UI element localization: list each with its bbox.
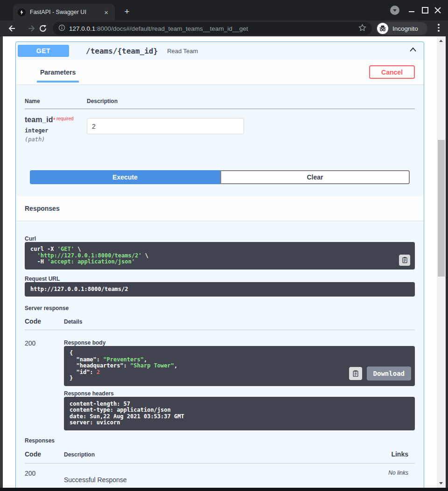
operation-path: /teams/{team_id} bbox=[86, 47, 158, 55]
server-response-label: Server response bbox=[25, 305, 415, 311]
copy-icon[interactable] bbox=[399, 255, 410, 266]
server-response-row: 200 Response body { "name": "Preventers"… bbox=[25, 330, 415, 430]
response-description-cell: Successful Response bbox=[64, 470, 388, 484]
chevron-up-icon[interactable] bbox=[408, 45, 418, 56]
team-id-input[interactable] bbox=[87, 118, 244, 134]
parameter-name-cell: team_id*required integer (path) bbox=[25, 116, 87, 143]
response-body-controls: Download bbox=[349, 367, 411, 380]
response-description: Successful Response bbox=[64, 476, 127, 484]
column-links: Links bbox=[391, 450, 415, 458]
column-code: Code bbox=[25, 318, 64, 325]
minimize-icon[interactable] bbox=[409, 11, 414, 12]
responses-label: Responses bbox=[25, 437, 415, 444]
scroll-up-icon[interactable] bbox=[439, 40, 443, 42]
column-code: Code bbox=[25, 450, 64, 458]
column-description: Description bbox=[87, 98, 118, 104]
download-button[interactable]: Download bbox=[367, 367, 411, 380]
browser-tab[interactable]: FastAPI - Swagger UI × bbox=[13, 4, 115, 21]
parameter-name: team_id bbox=[25, 116, 53, 124]
column-description: Description bbox=[64, 451, 95, 458]
column-name: Name bbox=[25, 98, 87, 104]
curl-label: Curl bbox=[25, 235, 415, 242]
responses-table: Code Description Links 200 Successful Re… bbox=[25, 450, 415, 484]
execute-button[interactable]: Execute bbox=[30, 170, 220, 184]
cancel-button[interactable]: Cancel bbox=[369, 65, 415, 79]
responses-table-header: Code Description Links bbox=[25, 450, 415, 463]
method-badge: GET bbox=[18, 45, 69, 57]
parameter-type: integer bbox=[25, 127, 87, 134]
new-tab-icon[interactable]: + bbox=[121, 6, 133, 17]
forward-icon[interactable] bbox=[26, 23, 37, 34]
incognito-label: Incognito bbox=[392, 25, 418, 32]
window-frame-left bbox=[0, 36, 3, 491]
window-frame-bottom bbox=[0, 488, 448, 491]
server-response-header: Code Details bbox=[25, 318, 415, 330]
tab-close-icon[interactable]: × bbox=[102, 8, 110, 17]
back-icon[interactable] bbox=[6, 23, 17, 34]
response-headers: content-length: 57 content-type: applica… bbox=[64, 397, 415, 430]
responses-title: Responses bbox=[25, 205, 60, 212]
required-label: required bbox=[56, 116, 74, 121]
curl-text: curl -X 'GET' \ 'http://127.0.0.1:8000/t… bbox=[30, 246, 148, 265]
response-code: 200 bbox=[25, 470, 64, 484]
close-icon[interactable] bbox=[433, 6, 442, 15]
parameters-header: Parameters Cancel bbox=[16, 60, 424, 84]
bookmark-star-icon[interactable] bbox=[358, 24, 366, 34]
response-body-json: { "name": "Preventers", "headquarters": … bbox=[70, 350, 177, 381]
parameters-table-header: Name Description bbox=[25, 98, 415, 109]
fastapi-logo-icon bbox=[18, 8, 26, 16]
caret-glyph bbox=[393, 9, 397, 12]
tab-strip: FastAPI - Swagger UI × + bbox=[0, 0, 448, 21]
url-host: 127.0.0.1 bbox=[69, 25, 95, 32]
parameter-row: team_id*required integer (path) bbox=[25, 109, 415, 143]
maximize-icon[interactable] bbox=[422, 7, 428, 14]
required-star: * bbox=[53, 116, 55, 124]
scroll-down-icon[interactable] bbox=[439, 482, 443, 484]
browser-window: FastAPI - Swagger UI × + 127.0.0.1:8000/… bbox=[0, 0, 448, 491]
column-details: Details bbox=[64, 318, 82, 325]
menu-dots-icon[interactable] bbox=[438, 24, 440, 33]
reload-icon[interactable] bbox=[37, 23, 49, 34]
responses-body: Curl curl -X 'GET' \ 'http://127.0.0.1:8… bbox=[16, 221, 424, 488]
opblock-summary[interactable]: GET /teams/{team_id} Read Team bbox=[16, 42, 424, 60]
execute-row: Execute Clear bbox=[25, 170, 415, 184]
server-response-table: Code Details 200 Response body { "name":… bbox=[25, 318, 415, 430]
incognito-icon bbox=[377, 23, 388, 34]
responses-table-row: 200 Successful Response No links bbox=[25, 463, 415, 484]
response-body: { "name": "Preventers", "headquarters": … bbox=[64, 346, 415, 386]
copy-icon[interactable] bbox=[349, 367, 362, 380]
url-path: :8000/docs#/default/read_team_teams__tea… bbox=[95, 25, 248, 32]
request-url-label: Request URL bbox=[25, 276, 415, 282]
response-details-cell: Response body { "name": "Preventers", "h… bbox=[64, 336, 415, 430]
parameter-location: (path) bbox=[25, 136, 87, 143]
incognito-badge: Incognito bbox=[376, 22, 427, 35]
info-icon[interactable] bbox=[58, 24, 65, 33]
window-frame-right bbox=[446, 36, 448, 491]
tab-parameters[interactable]: Parameters bbox=[37, 60, 79, 84]
response-links: No links bbox=[388, 470, 415, 484]
status-code: 200 bbox=[25, 336, 64, 430]
operation-summary: Read Team bbox=[167, 48, 408, 55]
page-content: GET /teams/{team_id} Read Team Parameter… bbox=[3, 36, 437, 488]
parameter-value-cell bbox=[87, 116, 244, 143]
curl-command: curl -X 'GET' \ 'http://127.0.0.1:8000/t… bbox=[25, 242, 415, 270]
vertical-scrollbar[interactable] bbox=[437, 36, 446, 488]
clear-button[interactable]: Clear bbox=[220, 170, 410, 184]
url-text[interactable]: 127.0.0.1:8000/docs#/default/read_team_t… bbox=[69, 25, 358, 32]
tab-title: FastAPI - Swagger UI bbox=[30, 9, 102, 15]
scrollbar-thumb[interactable] bbox=[438, 140, 445, 277]
request-url: http://127.0.0.1:8000/teams/2 bbox=[25, 282, 415, 297]
response-body-label: Response body bbox=[64, 339, 415, 346]
response-headers-label: Response headers bbox=[64, 390, 415, 397]
opblock-get-teams: GET /teams/{team_id} Read Team Parameter… bbox=[15, 41, 424, 488]
caret-down-icon[interactable] bbox=[390, 6, 399, 15]
address-bar[interactable]: 127.0.0.1:8000/docs#/default/read_team_t… bbox=[53, 22, 372, 35]
responses-section-header: Responses bbox=[16, 196, 424, 221]
parameters-body: Name Description team_id*required intege… bbox=[16, 84, 424, 196]
